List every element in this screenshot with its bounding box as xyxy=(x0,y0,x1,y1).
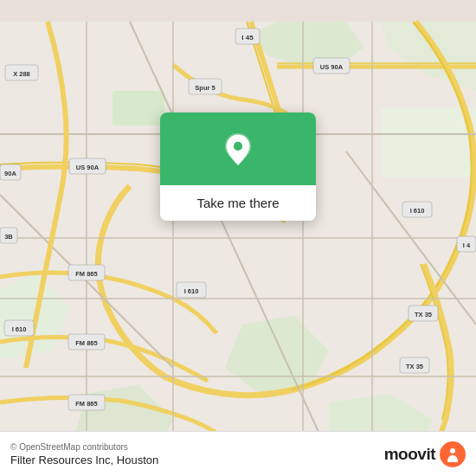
svg-point-60 xyxy=(450,448,455,453)
svg-rect-9 xyxy=(381,108,476,177)
attribution-text: © OpenStreetMap contributors xyxy=(10,442,158,452)
svg-text:FM 865: FM 865 xyxy=(75,339,97,347)
svg-text:90A: 90A xyxy=(4,170,16,177)
map-container: I 45 X 288 US 90A Spur 5 US 90A 90A 3B F… xyxy=(0,0,476,476)
moovit-logo-text: moovit xyxy=(384,445,435,464)
svg-text:US 90A: US 90A xyxy=(76,164,100,171)
popup-green-header xyxy=(160,113,316,185)
svg-text:FM 865: FM 865 xyxy=(75,400,97,408)
svg-text:X 288: X 288 xyxy=(13,70,30,78)
place-info-text: Filter Resources Inc, Houston xyxy=(10,453,158,466)
moovit-logo: moovit xyxy=(384,441,466,467)
svg-text:TX 35: TX 35 xyxy=(406,363,423,370)
take-me-there-button[interactable]: Take me there xyxy=(160,185,316,221)
bottom-bar: © OpenStreetMap contributors Filter Reso… xyxy=(0,431,476,476)
svg-text:I 4: I 4 xyxy=(463,241,471,249)
location-pin-icon xyxy=(219,132,257,170)
svg-rect-4 xyxy=(113,91,164,125)
svg-text:TX 35: TX 35 xyxy=(415,311,432,318)
svg-text:FM 865: FM 865 xyxy=(75,270,97,278)
svg-text:I 45: I 45 xyxy=(241,34,254,42)
svg-text:I 610: I 610 xyxy=(410,207,425,215)
svg-text:3B: 3B xyxy=(4,233,13,241)
svg-text:Spur 5: Spur 5 xyxy=(195,84,215,92)
svg-text:US 90A: US 90A xyxy=(320,63,344,71)
svg-text:I 610: I 610 xyxy=(12,325,27,333)
popup-card: Take me there xyxy=(160,113,316,221)
svg-text:I 610: I 610 xyxy=(184,287,199,295)
svg-point-59 xyxy=(234,142,242,151)
moovit-icon xyxy=(440,441,466,467)
